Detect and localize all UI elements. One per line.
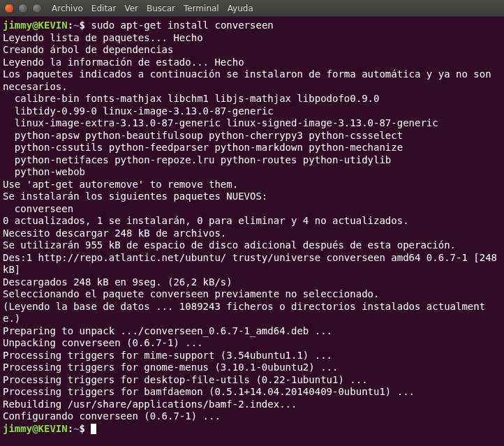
prompt-line-2: jimmy@KEVIN:~$ xyxy=(3,423,91,434)
cursor-block xyxy=(91,424,96,434)
menu-ver[interactable]: Ver xyxy=(124,3,138,13)
menu-archivo[interactable]: Archivo xyxy=(52,3,83,13)
window-controls xyxy=(4,3,42,13)
menu-ayuda[interactable]: Ayuda xyxy=(228,3,253,13)
window-titlebar: Archivo Editar Ver Buscar Terminal Ayuda xyxy=(0,0,504,17)
terminal-viewport[interactable]: jimmy@KEVIN:~$ sudo apt-get install conv… xyxy=(0,17,504,446)
menu-editar[interactable]: Editar xyxy=(91,3,117,13)
prompt-path: ~ xyxy=(73,423,79,434)
prompt-userhost: jimmy@KEVIN xyxy=(3,423,68,434)
prompt-colon: : xyxy=(68,20,73,31)
prompt-symbol: $ xyxy=(80,423,85,434)
menu-buscar[interactable]: Buscar xyxy=(147,3,175,13)
menu-terminal[interactable]: Terminal xyxy=(184,3,219,13)
minimize-icon[interactable] xyxy=(18,3,28,13)
prompt-line-1: jimmy@KEVIN:~$ sudo apt-get install conv… xyxy=(3,20,274,31)
prompt-userhost: jimmy@KEVIN xyxy=(3,20,68,31)
menubar: Archivo Editar Ver Buscar Terminal Ayuda xyxy=(52,3,253,13)
prompt-path: ~ xyxy=(73,20,79,31)
prompt-symbol: $ xyxy=(80,20,85,31)
prompt-colon: : xyxy=(68,423,73,434)
command-text: sudo apt-get install converseen xyxy=(91,20,273,31)
maximize-icon[interactable] xyxy=(32,3,42,13)
close-icon[interactable] xyxy=(4,3,14,13)
terminal-output: Leyendo lista de paquetes... Hecho Crean… xyxy=(3,32,503,422)
